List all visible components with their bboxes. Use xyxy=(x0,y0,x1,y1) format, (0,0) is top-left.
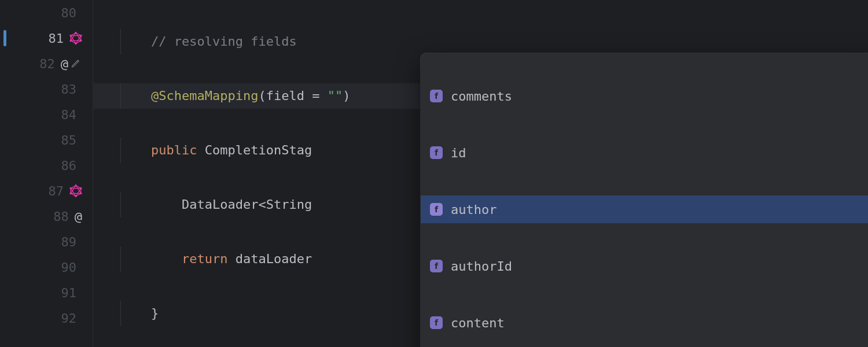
line-number: 82 xyxy=(35,57,55,71)
field-chip-icon: f xyxy=(430,260,443,272)
svg-point-4 xyxy=(69,40,72,42)
line-number: 81 xyxy=(44,31,64,46)
token-type: DataLoader<String xyxy=(182,197,312,212)
field-chip-icon: f xyxy=(430,316,443,329)
line-number: 89 xyxy=(57,235,76,249)
gutter-line: 88@ xyxy=(0,204,93,229)
completion-item[interactable]: fcomments xyxy=(421,82,868,110)
token-comment: // resolving fields xyxy=(151,34,297,49)
token-op: = xyxy=(304,88,328,103)
token-paren: ( xyxy=(258,88,266,103)
token-brace: } xyxy=(151,306,159,320)
gutter-line: 90 xyxy=(0,254,93,280)
token-keyword: return xyxy=(182,252,227,266)
line-number: 87 xyxy=(44,184,64,198)
completion-item[interactable]: fcontent xyxy=(421,309,868,337)
svg-point-9 xyxy=(75,195,77,197)
gutter-line: 92 xyxy=(0,305,93,331)
gutter-line: 82@ xyxy=(0,51,93,76)
gutter-line: 86 xyxy=(0,153,93,178)
svg-point-7 xyxy=(80,187,82,190)
line-number: 86 xyxy=(57,158,76,173)
svg-point-0 xyxy=(75,32,77,34)
token-type: CompletionStag xyxy=(205,143,312,157)
gutter: 80 81 82@ 83 84 85 86 87 88@ 89 90 91 92 xyxy=(0,0,93,347)
line-number: 85 xyxy=(57,133,76,147)
token-paren: ) xyxy=(343,88,350,103)
gutter-line: 84 xyxy=(0,102,93,127)
svg-point-3 xyxy=(75,42,77,45)
gutter-line: 83 xyxy=(0,76,93,102)
line-number: 88 xyxy=(49,209,69,224)
completion-item-label: authorId xyxy=(451,259,512,274)
line-number: 91 xyxy=(57,286,76,300)
completion-item-label: author xyxy=(451,202,496,217)
token-param: field xyxy=(266,88,304,103)
completion-item[interactable]: fauthor xyxy=(421,195,868,223)
field-chip-icon: f xyxy=(430,146,443,159)
line-number: 92 xyxy=(57,311,76,326)
field-chip-icon: f xyxy=(430,90,443,102)
svg-point-10 xyxy=(69,193,72,195)
code-area[interactable]: // resolving fields @SchemaMapping(field… xyxy=(93,0,868,347)
line-number: 83 xyxy=(57,82,76,97)
line-number: 84 xyxy=(57,108,76,122)
svg-point-1 xyxy=(80,35,82,37)
svg-point-8 xyxy=(80,193,82,195)
completion-item[interactable]: fauthorId xyxy=(421,252,868,280)
annotation-icon[interactable]: @ xyxy=(61,57,68,71)
token-annotation: @SchemaMapping xyxy=(151,88,258,103)
token-string: "" xyxy=(328,88,343,103)
gutter-line: 89 xyxy=(0,229,93,254)
pencil-icon[interactable] xyxy=(71,58,82,69)
annotation-icon[interactable]: @ xyxy=(75,209,82,224)
token-keyword: public xyxy=(151,143,197,157)
completion-item-label: comments xyxy=(451,89,512,104)
svg-point-6 xyxy=(75,184,77,187)
completion-popup[interactable]: fcomments fid fauthor fauthorId fcontent… xyxy=(421,53,868,347)
gutter-line: 80 xyxy=(0,0,93,25)
completion-item-label: content xyxy=(451,316,505,330)
token-ident: dataLoader xyxy=(236,252,312,266)
svg-point-11 xyxy=(69,187,72,190)
gutter-line: 87 xyxy=(0,178,93,204)
code-line[interactable]: // resolving fields xyxy=(93,29,868,54)
line-number: 80 xyxy=(57,6,76,20)
gutter-line: 91 xyxy=(0,280,93,305)
code-editor[interactable]: 80 81 82@ 83 84 85 86 87 88@ 89 90 91 92… xyxy=(0,0,868,347)
gutter-line: 81 xyxy=(0,25,93,51)
field-chip-icon: f xyxy=(430,203,443,216)
line-number: 90 xyxy=(57,260,76,275)
svg-point-2 xyxy=(80,40,82,42)
completion-item-label: id xyxy=(451,146,466,160)
graphql-icon[interactable] xyxy=(69,32,82,45)
gutter-line: 85 xyxy=(0,127,93,153)
svg-point-5 xyxy=(69,35,72,37)
completion-item[interactable]: fid xyxy=(421,139,868,167)
graphql-icon[interactable] xyxy=(69,184,82,197)
